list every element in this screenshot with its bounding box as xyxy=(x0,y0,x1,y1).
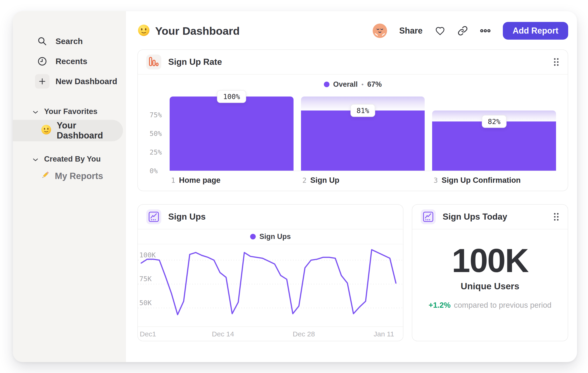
metric-value: 100K xyxy=(412,242,568,280)
drag-handle-icon[interactable] xyxy=(553,58,559,66)
app-window: Search Recents New Dashboard xyxy=(13,11,577,362)
sidebar-item-my-reports[interactable]: My Reports xyxy=(13,168,126,184)
y-axis-tick: 0% xyxy=(150,167,158,175)
header-controls: Share Add Report xyxy=(373,22,568,40)
y-axis-tick: 100K xyxy=(139,251,156,259)
sidebar-item-your-dashboard[interactable]: Your Dashboard xyxy=(13,120,123,141)
add-report-button[interactable]: Add Report xyxy=(503,22,568,40)
signups-today-card-header: Sign Ups Today xyxy=(412,205,568,229)
sidebar-item-search[interactable]: Search xyxy=(13,31,126,51)
metric-label: Unique Users xyxy=(412,281,568,292)
smiley-emoji-icon xyxy=(137,24,150,38)
funnel-legend[interactable]: Overall • 67% xyxy=(150,80,556,89)
sidebar: Search Recents New Dashboard xyxy=(13,11,126,362)
page-title-wrap: Your Dashboard xyxy=(137,24,240,38)
signups-line-svg: 100K75K50K xyxy=(138,244,403,326)
chevron-down-icon xyxy=(33,155,38,163)
x-axis-tick: Jan 11 xyxy=(374,330,394,338)
drag-handle-icon[interactable] xyxy=(553,213,559,221)
signup-rate-card-header: Sign Up Rate xyxy=(138,50,568,75)
search-icon xyxy=(35,34,50,49)
legend-series-name: Sign Ups xyxy=(260,232,291,241)
funnel-bar-step-1[interactable]: 100% xyxy=(170,97,294,171)
funnel-y-axis: 75% 50% 25% 0% xyxy=(150,97,168,171)
share-button[interactable]: Share xyxy=(399,26,423,36)
signups-line xyxy=(141,250,396,315)
sidebar-section-your-favorites[interactable]: Your Favorites xyxy=(13,104,126,118)
signups-today-card: Sign Ups Today 100K Unique Users +1.2%co… xyxy=(412,204,568,341)
sidebar-item-new-dashboard[interactable]: New Dashboard xyxy=(13,71,126,91)
user-avatar[interactable] xyxy=(373,24,387,38)
sidebar-item-label: New Dashboard xyxy=(55,77,117,86)
funnel-conversion-badge: 82% xyxy=(482,115,507,128)
page-title: Your Dashboard xyxy=(155,24,240,37)
y-axis-tick: 25% xyxy=(150,148,162,156)
section-title: Your Favorites xyxy=(44,107,97,116)
funnel-step-name: Sign Up xyxy=(310,176,339,185)
legend-dot xyxy=(250,234,256,239)
signups-card-header: Sign Ups xyxy=(138,205,403,229)
funnel-bar-step-2[interactable]: 81% xyxy=(301,97,425,171)
favorite-heart-icon[interactable] xyxy=(435,25,445,36)
line-chart-icon xyxy=(146,209,161,224)
funnel-step-index: 3 xyxy=(433,176,438,184)
funnel-bar-step-3[interactable]: 82% xyxy=(432,97,556,171)
funnel-bar-converted xyxy=(301,111,425,171)
funnel-step-label: 3Sign Up Confirmation xyxy=(432,176,556,185)
funnel-bar xyxy=(170,97,294,171)
funnel-bars: 100%81%82% xyxy=(170,97,556,171)
signups-card: Sign Ups Sign Ups 100K75K50K Dec1Dec 14D… xyxy=(137,204,403,341)
plus-icon xyxy=(35,74,50,89)
cards-row: Sign Ups Sign Ups 100K75K50K Dec1Dec 14D… xyxy=(137,204,568,341)
y-axis-tick: 50K xyxy=(139,299,152,307)
more-options-ellipsis-icon[interactable] xyxy=(480,25,491,36)
funnel-step-label: 1Home page xyxy=(170,176,294,185)
sidebar-item-recents[interactable]: Recents xyxy=(13,51,126,71)
metric-note-text: compared to previous period xyxy=(454,301,551,309)
metric-comparison: +1.2%compared to previous period xyxy=(412,301,568,310)
y-axis-tick: 75K xyxy=(139,275,152,283)
line-chart-icon xyxy=(421,209,436,224)
signups-line-chart[interactable]: 100K75K50K Dec1Dec 14Dec 28Jan 11 xyxy=(138,244,403,341)
sidebar-item-label: My Reports xyxy=(55,171,103,181)
x-axis-tick: Dec 14 xyxy=(212,330,234,338)
pencil-emoji-icon xyxy=(40,170,50,182)
y-axis-tick: 50% xyxy=(150,130,162,138)
funnel-step-label: 2Sign Up xyxy=(301,176,425,185)
sidebar-item-label: Search xyxy=(55,37,83,46)
signup-rate-card: Sign Up Rate Overall • 67% xyxy=(137,50,568,191)
funnel-step-index: 1 xyxy=(171,176,175,184)
funnel-step-name: Home page xyxy=(179,176,220,185)
metric-body: 100K Unique Users +1.2%compared to previ… xyxy=(412,229,568,310)
main-content: Your Dashboard Share xyxy=(126,11,577,362)
signups-legend[interactable]: Sign Ups xyxy=(138,229,403,244)
funnel-bar-converted xyxy=(432,121,556,171)
funnel-body: Overall • 67% 75% 50% 25% 0% 100%81%82% … xyxy=(138,75,568,191)
legend-series-name: Overall xyxy=(333,80,358,89)
gridlines-group: 100K75K50K xyxy=(138,251,403,308)
section-title: Created By You xyxy=(44,155,101,163)
bar-chart-icon xyxy=(146,55,161,70)
funnel-step-name: Sign Up Confirmation xyxy=(441,176,521,185)
card-title: Sign Ups xyxy=(168,212,206,222)
chevron-down-icon xyxy=(33,107,38,116)
dashboard-header: Your Dashboard Share xyxy=(137,21,568,40)
legend-dot xyxy=(324,81,329,87)
copy-link-icon[interactable] xyxy=(458,26,468,36)
funnel-step-labels: 1Home page2Sign Up3Sign Up Confirmation xyxy=(170,176,556,185)
funnel-chart: 75% 50% 25% 0% 100%81%82% 1Home page2Sig… xyxy=(150,97,556,185)
sidebar-item-label: Recents xyxy=(55,57,87,66)
card-title: Sign Up Rate xyxy=(168,57,222,67)
sidebar-section-created-by-you[interactable]: Created By You xyxy=(13,152,126,166)
x-axis-tick: Dec1 xyxy=(140,330,156,338)
x-axis-labels: Dec1Dec 14Dec 28Jan 11 xyxy=(138,326,403,341)
legend-overall-value: 67% xyxy=(367,80,382,89)
smiley-emoji-icon xyxy=(41,124,52,137)
funnel-bar-converted xyxy=(170,97,294,171)
y-axis-tick: 75% xyxy=(150,111,162,119)
legend-separator: • xyxy=(361,81,364,88)
clock-icon xyxy=(35,54,50,69)
funnel-conversion-badge: 81% xyxy=(350,104,375,117)
sidebar-item-label: Your Dashboard xyxy=(57,121,123,141)
funnel-step-index: 2 xyxy=(302,176,307,184)
